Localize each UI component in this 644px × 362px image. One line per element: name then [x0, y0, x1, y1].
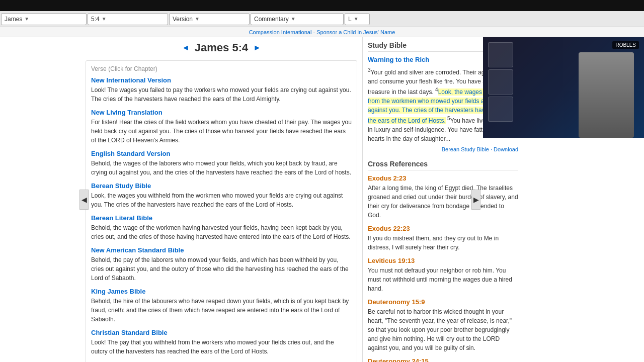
extra-label: L — [348, 16, 352, 23]
cross-ref-name[interactable]: Leviticus 19:13 — [368, 257, 518, 264]
toolbar: James ▼ 5:4 ▼ Version ▼ Commentary ▼ L ▼ — [0, 11, 644, 27]
translation-text: Look, the wages you withheld from the wo… — [91, 191, 352, 209]
video-panel: ROBLES — [483, 37, 644, 138]
extra-select[interactable]: L ▼ — [345, 13, 370, 25]
translation-text: Behold, the wages of the laborers who mo… — [91, 159, 352, 177]
translation-name[interactable]: English Standard Version — [91, 150, 352, 157]
verse-prev-link[interactable]: ◄ — [182, 43, 190, 52]
commentary-select[interactable]: Commentary ▼ — [251, 13, 344, 25]
nav-next-button[interactable]: ▶ — [471, 190, 480, 210]
ad-link[interactable]: Compassion International - Sponsor a Chi… — [249, 29, 395, 35]
version-label: Version — [173, 16, 193, 23]
cross-refs-container: Exodus 2:23After a long time, the king o… — [368, 174, 518, 362]
cross-ref-block: Leviticus 19:13You must not defraud your… — [368, 257, 518, 293]
verse-section-header: Verse (Click for Chapter) — [91, 65, 352, 72]
translation-text: Behold, the pay of the laborers who mowe… — [91, 255, 352, 283]
cross-ref-name[interactable]: Deuteronomy 15:9 — [368, 298, 518, 306]
cross-ref-block: Deuteronomy 24:15You are to pay his wage… — [368, 357, 518, 362]
cross-ref-text: After a long time, the king of Egypt die… — [368, 184, 518, 220]
cross-ref-name[interactable]: Exodus 22:23 — [368, 225, 518, 232]
translation-name[interactable]: New American Standard Bible — [91, 246, 352, 254]
verse-arrow: ▼ — [102, 16, 107, 22]
berean-study-link[interactable]: Berean Study Bible — [442, 146, 489, 152]
translation-text: Look! The wages you failed to pay the wo… — [91, 85, 352, 104]
translation-name[interactable]: King James Bible — [91, 288, 352, 295]
translation-block: King James BibleBehold, the hire of the … — [91, 288, 352, 324]
verse-select[interactable]: 5:4 ▼ — [88, 13, 168, 25]
translation-text: Behold, the wage of the workmen having h… — [91, 223, 352, 241]
translation-block: New American Standard BibleBehold, the p… — [91, 246, 352, 283]
translation-name[interactable]: Christian Standard Bible — [91, 329, 352, 336]
translation-block: Christian Standard BibleLook! The pay th… — [91, 329, 352, 356]
verse-section: Verse (Click for Chapter) New Internatio… — [86, 60, 357, 362]
commentary-label: Commentary — [254, 16, 289, 23]
cross-ref-text: You must not defraud your neighbor or ro… — [368, 266, 518, 293]
translation-block: Berean Literal BibleBehold, the wage of … — [91, 214, 352, 241]
video-item-2 — [488, 69, 513, 95]
cross-ref-text: Be careful not to harbor this wicked tho… — [368, 307, 518, 352]
translations-container: New International VersionLook! The wages… — [91, 76, 352, 362]
cross-ref-text: If you do mistreat them, and they cry ou… — [368, 234, 518, 252]
version-arrow: ▼ — [195, 16, 200, 22]
main-content: ◀ ◄ James 5:4 ► Verse (Click for Chapter… — [0, 37, 644, 362]
study-source: Berean Study Bible · Download — [368, 146, 518, 152]
cross-references-header: Cross References — [368, 160, 518, 170]
cross-ref-block: Deuteronomy 15:9Be careful not to harbor… — [368, 298, 518, 352]
cross-ref-block: Exodus 22:23If you do mistreat them, and… — [368, 225, 518, 252]
book-label: James — [5, 16, 22, 23]
commentary-arrow: ▼ — [291, 16, 296, 22]
translation-name[interactable]: Berean Study Bible — [91, 182, 352, 190]
translation-block: English Standard VersionBehold, the wage… — [91, 150, 352, 177]
cross-ref-name[interactable]: Deuteronomy 24:15 — [368, 357, 518, 362]
version-select[interactable]: Version ▼ — [169, 13, 250, 25]
book-arrow: ▼ — [24, 16, 29, 22]
left-panel: ◄ James 5:4 ► Verse (Click for Chapter) … — [80, 37, 362, 362]
video-items — [488, 42, 513, 122]
extra-arrow: ▼ — [354, 16, 359, 22]
translation-block: New International VersionLook! The wages… — [91, 76, 352, 104]
verse-title: James 5:4 — [195, 41, 248, 54]
translation-text: Behold, the hire of the labourers who ha… — [91, 297, 352, 324]
video-item-1 — [488, 42, 513, 67]
cross-references-section: Cross References Exodus 2:23After a long… — [368, 160, 518, 362]
nav-prev-button[interactable]: ◀ — [79, 190, 89, 210]
translation-block: New Living TranslationFor listen! Hear t… — [91, 109, 352, 145]
video-overlay: ROBLES — [483, 37, 644, 138]
book-select[interactable]: James ▼ — [1, 13, 87, 25]
video-item-3 — [488, 97, 513, 122]
download-link[interactable]: Download — [494, 146, 518, 152]
video-person-image — [579, 52, 634, 138]
translation-name[interactable]: Berean Literal Bible — [91, 214, 352, 222]
video-badge: ROBLES — [612, 41, 639, 49]
video-person — [579, 52, 634, 138]
verse-navigation: ◄ James 5:4 ► — [86, 41, 357, 54]
cross-ref-name[interactable]: Exodus 2:23 — [368, 174, 518, 182]
translation-name[interactable]: New Living Translation — [91, 109, 352, 116]
verse-next-link[interactable]: ► — [253, 43, 261, 52]
verse-header: ◄ James 5:4 ► — [86, 41, 357, 54]
ad-bar: Compassion International - Sponsor a Chi… — [0, 27, 644, 37]
translation-text: Look! The pay that you withheld from the… — [91, 338, 352, 356]
translation-block: Berean Study BibleLook, the wages you wi… — [91, 182, 352, 209]
top-bar — [0, 0, 644, 11]
translation-name[interactable]: New International Version — [91, 76, 352, 84]
cross-ref-block: Exodus 2:23After a long time, the king o… — [368, 174, 518, 220]
verse-label: 5:4 — [91, 16, 100, 23]
translation-text: For listen! Hear the cries of the field … — [91, 118, 352, 145]
